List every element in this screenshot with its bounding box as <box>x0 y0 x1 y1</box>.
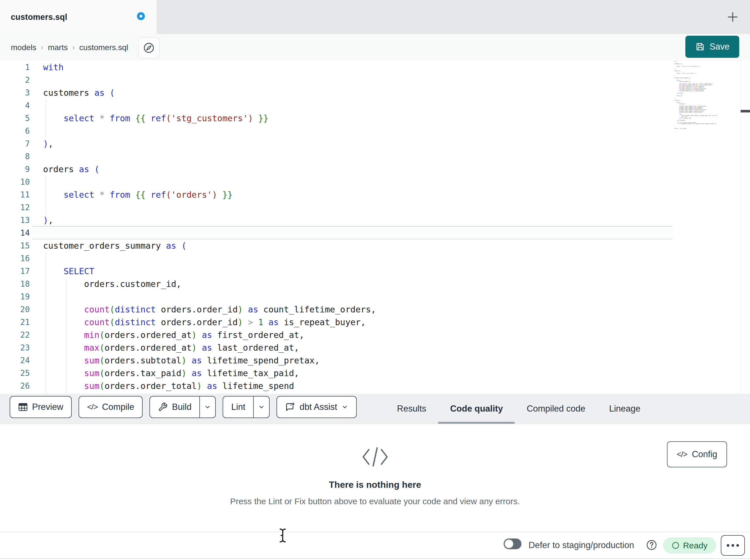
code-line: customers as ( <box>43 86 115 99</box>
code-line: with <box>43 61 63 74</box>
help-icon[interactable] <box>646 539 657 551</box>
tab-code-quality[interactable]: Code quality <box>438 394 515 424</box>
code-brackets-icon <box>360 446 390 468</box>
new-tab-button[interactable] <box>725 9 741 25</box>
build-button-main[interactable]: Build <box>150 397 199 417</box>
line-number: 1 <box>0 61 30 74</box>
ellipsis-icon <box>727 544 729 547</box>
file-header-row: models › marts › customers.sql Save <box>0 34 750 61</box>
toggle-knob <box>505 540 513 548</box>
line-number: 3 <box>0 86 30 99</box>
dbt-ide-window: customers.sql models › marts › customers… <box>0 0 750 560</box>
scrollbar-cursor-marker <box>741 110 750 112</box>
line-number: 26 <box>0 379 30 392</box>
line-number: 14 <box>0 227 30 240</box>
empty-state-title: There is nothing here <box>0 480 750 490</box>
ide-status-badge[interactable]: Ready <box>663 537 716 554</box>
code-line: ), <box>43 214 53 227</box>
code-icon: </> <box>676 450 687 459</box>
line-number: 21 <box>0 316 30 329</box>
unsaved-changes-dot-icon <box>137 12 145 20</box>
dbt-assist-button[interactable]: dbt Assist <box>276 396 357 418</box>
wrench-icon <box>158 402 167 412</box>
line-number: 20 <box>0 303 30 316</box>
defer-label: Defer to staging/production <box>529 532 634 558</box>
line-number: 15 <box>0 240 30 252</box>
code-line: sum(orders.subtotal) as lifetime_spend_p… <box>43 354 320 367</box>
breadcrumb-models[interactable]: models <box>11 43 36 52</box>
line-number: 23 <box>0 341 30 354</box>
file-tab-title: customers.sql <box>11 13 67 22</box>
line-number: 24 <box>0 354 30 367</box>
line-number: 17 <box>0 265 30 277</box>
compile-button-label: Compile <box>102 402 134 412</box>
save-button[interactable]: Save <box>685 36 739 58</box>
build-button[interactable]: Build <box>150 396 216 418</box>
line-number: 22 <box>0 329 30 341</box>
table-icon <box>18 402 28 412</box>
breadcrumb: models › marts › customers.sql <box>11 34 128 61</box>
code-line: SELECT <box>43 265 94 277</box>
code-line: ), <box>43 138 53 150</box>
status-circle-icon <box>672 542 679 549</box>
dbt-assist-button-label: dbt Assist <box>299 402 337 412</box>
compass-icon <box>143 42 155 54</box>
lint-dropdown-toggle[interactable] <box>254 397 269 417</box>
build-dropdown-toggle[interactable] <box>200 397 215 417</box>
code-line: customer_orders_summary as ( <box>43 240 186 252</box>
tab-lineage[interactable]: Lineage <box>597 394 652 424</box>
line-number: 16 <box>0 252 30 265</box>
tab-compiled-code[interactable]: Compiled code <box>515 394 597 424</box>
line-number: 11 <box>0 188 30 201</box>
toolbar-tabs-divider <box>374 394 375 424</box>
config-button[interactable]: </> Config <box>667 441 727 468</box>
line-number: 25 <box>0 367 30 379</box>
minimap-line: select * from joined <box>674 128 740 129</box>
code-line: sum(orders.tax_paid) as lifetime_tax_pai… <box>43 367 299 379</box>
file-tab-customers-sql[interactable]: customers.sql <box>0 0 157 34</box>
minimap[interactable]: with customers as ( select * from {{ ref… <box>674 61 740 132</box>
tab-bar: customers.sql <box>0 0 750 34</box>
line-number: 19 <box>0 290 30 303</box>
chevron-down-icon <box>258 403 265 411</box>
ide-status-label: Ready <box>683 541 708 551</box>
line-number: 12 <box>0 201 30 214</box>
line-number: 2 <box>0 74 30 86</box>
compile-button[interactable]: </> Compile <box>79 396 143 418</box>
code-line: count(distinct orders.order_id) > 1 as i… <box>43 316 366 329</box>
code-line: count(distinct orders.order_id) as count… <box>43 303 376 316</box>
line-number: 5 <box>0 112 30 125</box>
code-editor[interactable]: 1234567891011121314151617181920212223242… <box>0 61 750 394</box>
panel-tabs: Results Code quality Compiled code Linea… <box>385 394 652 424</box>
line-number: 8 <box>0 150 30 163</box>
line-number: 4 <box>0 99 30 112</box>
plus-icon <box>726 11 739 23</box>
window-bottom-edge <box>0 558 750 560</box>
code-line: sum(orders.order_total) as lifetime_spen… <box>43 379 294 392</box>
lint-button[interactable]: Lint <box>222 396 270 418</box>
empty-state-subtitle: Press the Lint or Fix button above to ev… <box>0 497 750 506</box>
breadcrumb-marts[interactable]: marts <box>48 43 68 52</box>
config-button-label: Config <box>692 449 717 459</box>
preview-button[interactable]: Preview <box>9 396 72 418</box>
line-number: 9 <box>0 163 30 175</box>
more-options-button[interactable] <box>721 535 745 556</box>
lint-button-main[interactable]: Lint <box>223 397 253 417</box>
code-line: orders.customer_id, <box>43 277 181 290</box>
tab-results[interactable]: Results <box>385 394 438 424</box>
line-number: 18 <box>0 277 30 290</box>
code-line: max(orders.ordered_at) as last_ordered_a… <box>43 341 299 354</box>
breadcrumb-file: customers.sql <box>79 43 129 52</box>
code-icon: </> <box>87 402 98 412</box>
build-button-label: Build <box>172 402 191 412</box>
editor-toolbar: Preview </> Compile Build <box>0 394 750 424</box>
toolbar-buttons: Preview </> Compile Build <box>9 396 357 418</box>
breadcrumb-separator: › <box>72 43 75 52</box>
defer-toggle[interactable] <box>504 538 521 549</box>
file-explorer-locate-button[interactable] <box>138 37 160 59</box>
floppy-disk-icon <box>695 42 705 52</box>
save-button-label: Save <box>709 42 730 52</box>
status-bar: Defer to staging/production Ready <box>0 532 750 558</box>
code-line: select * from {{ ref('stg_customers') }} <box>43 112 269 125</box>
chat-plus-icon <box>285 402 295 412</box>
